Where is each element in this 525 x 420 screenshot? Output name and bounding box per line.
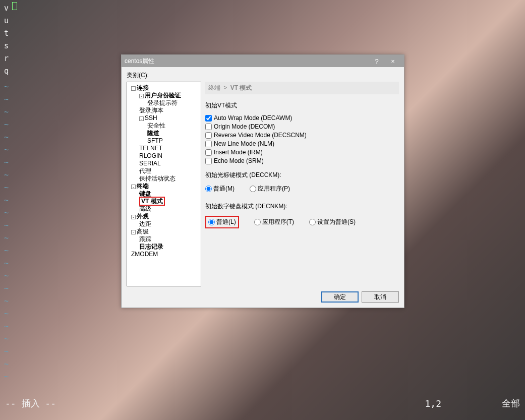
content-panel: 终端 > VT 模式 初始VT模式 Auto Wrap Mode (DECAWM… (205, 82, 399, 286)
tree-item[interactable]: VT 模式 (128, 198, 200, 205)
radio-option[interactable]: 设置为普通(S) (309, 218, 356, 226)
ok-button[interactable]: 确定 (321, 291, 359, 303)
dialog-titlebar[interactable]: centos属性 ? × (122, 55, 404, 67)
radio-input[interactable] (208, 219, 215, 225)
cancel-button[interactable]: 取消 (362, 291, 399, 303)
tree-item[interactable]: 代理 (128, 167, 200, 175)
tree-item[interactable]: -SSH (128, 114, 200, 122)
cursor-radio-group: 普通(M)应用程序(P) (205, 185, 399, 193)
tree-item[interactable]: 日志记录 (128, 243, 200, 251)
tree-item[interactable]: TELNET (128, 145, 200, 152)
terminal-editor-lines: vutsrq (4, 2, 9, 78)
checkbox-row[interactable]: Insert Mode (IRM) (205, 149, 399, 156)
tree-item[interactable]: -终端 (128, 183, 200, 190)
tree-item[interactable]: 边距 (128, 220, 200, 228)
terminal-cursor (12, 2, 17, 10)
dialog-title: centos属性 (125, 57, 369, 66)
tree-item[interactable]: -用户身份验证 (128, 92, 200, 99)
radio-input[interactable] (309, 219, 316, 225)
checkbox-input[interactable] (205, 132, 212, 139)
checkbox-row[interactable]: Reverse Video Mode (DECSCNM) (205, 132, 399, 139)
radio-input[interactable] (250, 186, 256, 192)
keypad-section-title: 初始数字键盘模式 (DECNKM): (205, 202, 399, 211)
terminal-tilde-column: ~~~~~~~~~~~~~~~~~~~~~~~~ (4, 81, 9, 383)
cursor-section-title: 初始光标键模式 (DECCKM): (205, 171, 399, 179)
tree-expander-icon[interactable]: - (131, 86, 136, 91)
status-right: 全部 (502, 397, 520, 409)
vt-mode-section-title: 初始VT模式 (205, 101, 399, 110)
tree-expander-icon[interactable]: - (139, 116, 144, 121)
category-tree[interactable]: -连接-用户身份验证登录提示符登录脚本-SSH安全性隧道SFTPTELNETRL… (127, 82, 201, 286)
status-mode: -- 插入 -- (5, 397, 56, 409)
tree-expander-icon[interactable]: - (131, 230, 136, 234)
tree-item[interactable]: 高级 (128, 205, 200, 213)
breadcrumb: 终端 > VT 模式 (205, 82, 399, 94)
tree-item[interactable]: 隧道 (128, 130, 200, 137)
vt-mode-checkboxes: Auto Wrap Mode (DECAWM)Origin Mode (DECO… (205, 113, 399, 166)
keypad-radio-group: 普通(L)应用程序(T)设置为普通(S) (205, 216, 399, 228)
tree-item[interactable]: 登录脚本 (128, 107, 200, 114)
category-label: 类别(C): (127, 71, 399, 80)
radio-option[interactable]: 应用程序(T) (254, 218, 294, 226)
tree-expander-icon[interactable]: - (131, 185, 136, 189)
tree-item[interactable]: SERIAL (128, 160, 200, 167)
checkbox-input[interactable] (205, 149, 212, 156)
tree-item[interactable]: SFTP (128, 137, 200, 145)
checkbox-row[interactable]: Echo Mode (SRM) (205, 157, 399, 164)
radio-option[interactable]: 普通(L) (205, 216, 239, 228)
tree-item[interactable]: 保持活动状态 (128, 175, 200, 183)
tree-item[interactable]: 跟踪 (128, 235, 200, 243)
checkbox-input[interactable] (205, 141, 212, 147)
radio-input[interactable] (205, 186, 212, 192)
properties-dialog: centos属性 ? × 类别(C): -连接-用户身份验证登录提示符登录脚本-… (121, 54, 404, 308)
checkbox-row[interactable]: New Line Mode (NLM) (205, 140, 399, 147)
tree-item[interactable]: -外观 (128, 213, 200, 220)
close-button[interactable]: × (385, 55, 401, 67)
checkbox-row[interactable]: Origin Mode (DECOM) (205, 123, 399, 130)
tree-item[interactable]: -高级 (128, 228, 200, 235)
tree-item[interactable]: 登录提示符 (128, 99, 200, 107)
checkbox-row[interactable]: Auto Wrap Mode (DECAWM) (205, 114, 399, 122)
radio-option[interactable]: 普通(M) (205, 185, 235, 193)
radio-option[interactable]: 应用程序(P) (250, 185, 290, 193)
tree-item[interactable]: RLOGIN (128, 152, 200, 160)
checkbox-input[interactable] (205, 124, 212, 130)
tree-item[interactable]: -连接 (128, 84, 200, 92)
checkbox-input[interactable] (205, 158, 212, 164)
status-cursor-position: 1,2 (425, 398, 441, 409)
radio-input[interactable] (254, 219, 261, 225)
help-button[interactable]: ? (369, 55, 385, 67)
tree-item[interactable]: ZMODEM (128, 251, 200, 258)
terminal-status-bar: -- 插入 -- 1,2 全部 (0, 396, 525, 411)
tree-expander-icon[interactable]: - (139, 94, 144, 98)
tree-item[interactable]: 安全性 (128, 122, 200, 130)
tree-expander-icon[interactable]: - (131, 215, 136, 219)
checkbox-input[interactable] (205, 115, 212, 122)
